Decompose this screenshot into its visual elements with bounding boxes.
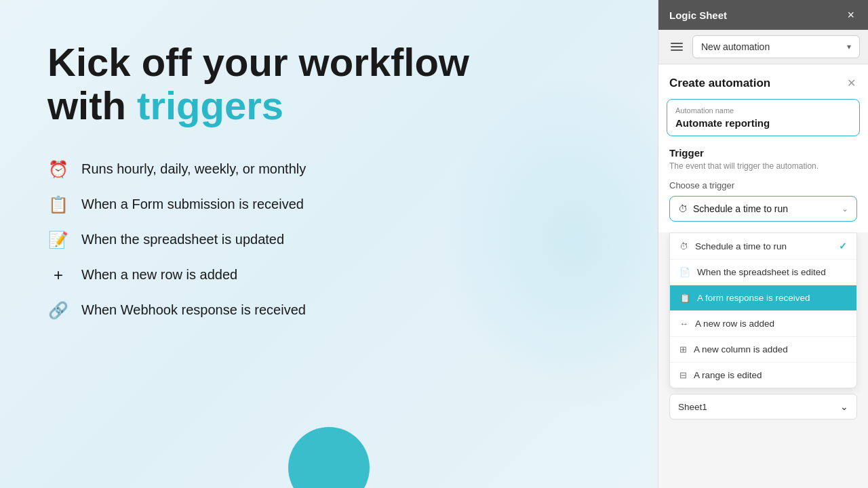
- feature-icon: ⏰: [47, 160, 69, 179]
- right-panel: Logic Sheet × New automation ▾ Create au…: [658, 0, 868, 488]
- trigger-section: Trigger The event that will trigger the …: [658, 147, 868, 222]
- feature-text: When Webhook response is received: [81, 302, 306, 318]
- sheet-chevron-icon: ⌄: [840, 401, 848, 412]
- dropdown-item-label: A new column is added: [694, 344, 788, 354]
- dropdown-item[interactable]: ⊞A new column is added: [670, 337, 856, 363]
- automation-name-field[interactable]: Automation name Automate reporting: [667, 99, 860, 136]
- create-automation-title: Create automation: [669, 77, 770, 90]
- create-automation-header: Create automation ✕: [658, 64, 868, 99]
- dropdown-item-icon: ⊟: [679, 370, 687, 380]
- feature-item: 🔗When Webhook response is received: [47, 301, 617, 320]
- dropdown-item-label: When the spreadsheet is edited: [697, 267, 826, 277]
- panel-title: Logic Sheet: [669, 9, 727, 21]
- feature-text: When a Form submission is received: [81, 197, 304, 212]
- dropdown-item[interactable]: ⏱Schedule a time to run✓: [670, 233, 856, 260]
- trigger-dropdown-button[interactable]: ⏱ Schedule a time to run ⌄: [669, 196, 857, 222]
- dropdown-item-icon: 📄: [679, 267, 690, 277]
- dropdown-item[interactable]: 📋A form response is received: [670, 285, 856, 311]
- hero-line1: Kick off your workflow: [47, 40, 469, 84]
- feature-list: ⏰Runs hourly, daily, weekly, or monthly📋…: [47, 160, 617, 320]
- feature-text: When the spreadsheet is updated: [81, 232, 284, 247]
- left-panel: Kick off your workflow with triggers ⏰Ru…: [0, 0, 658, 488]
- trigger-description: The event that will trigger the automati…: [669, 161, 857, 171]
- automation-name-label: Automation name: [675, 106, 851, 115]
- feature-item: 📋When a Form submission is received: [47, 195, 617, 214]
- checkmark-icon: ✓: [839, 241, 847, 251]
- create-automation-section: Create automation ✕ Automation name Auto…: [658, 64, 868, 232]
- dropdown-item[interactable]: ↔A new row is added: [670, 311, 856, 337]
- sheet-selector[interactable]: Sheet1 ⌄: [669, 394, 857, 420]
- dropdown-item-icon: ⏱: [679, 241, 688, 251]
- automation-selector-label: New automation: [701, 41, 770, 52]
- trigger-title: Trigger: [669, 147, 857, 159]
- menu-line: [671, 43, 683, 44]
- create-automation-close-button[interactable]: ✕: [846, 75, 857, 91]
- sheet-selector-label: Sheet1: [678, 402, 707, 412]
- feature-item: +When a new row is added: [47, 266, 617, 285]
- automation-selector[interactable]: New automation ▾: [692, 35, 860, 58]
- automation-name-value: Automate reporting: [675, 117, 851, 129]
- feature-icon: 🔗: [47, 301, 69, 320]
- hero-line2-highlight: triggers: [137, 83, 283, 127]
- chevron-down-icon: ⌄: [842, 204, 848, 214]
- dropdown-item-label: Schedule a time to run: [695, 241, 787, 251]
- dropdown-item[interactable]: ⊟A range is edited: [670, 363, 856, 388]
- dropdown-item-icon: ↔: [679, 319, 688, 329]
- feature-icon: +: [47, 266, 69, 285]
- choose-trigger-label: Choose a trigger: [669, 180, 857, 190]
- selected-trigger-label: Schedule a time to run: [693, 203, 788, 214]
- schedule-icon: ⏱: [678, 203, 688, 214]
- feature-text: When a new row is added: [81, 267, 237, 283]
- panel-header: Logic Sheet ×: [658, 0, 868, 30]
- dropdown-item[interactable]: 📄When the spreadsheet is edited: [670, 260, 856, 285]
- feature-text: Runs hourly, daily, weekly, or monthly: [81, 161, 306, 177]
- hero-line2-prefix: with: [47, 83, 137, 127]
- menu-line: [671, 46, 683, 47]
- panel-content: Create automation ✕ Automation name Auto…: [658, 64, 868, 488]
- chevron-down-icon: ▾: [847, 42, 851, 52]
- dropdown-item-label: A range is edited: [694, 370, 762, 380]
- menu-button[interactable]: [667, 39, 687, 55]
- hero-title: Kick off your workflow with triggers: [47, 41, 617, 127]
- dropdown-item-icon: 📋: [679, 293, 690, 303]
- feature-icon: 📝: [47, 230, 69, 249]
- panel-toolbar: New automation ▾: [658, 30, 868, 64]
- dropdown-item-label: A new row is added: [695, 319, 774, 329]
- panel-close-button[interactable]: ×: [844, 6, 857, 24]
- dropdown-item-icon: ⊞: [679, 344, 687, 354]
- teal-circle-decoration: [288, 427, 370, 488]
- feature-item: ⏰Runs hourly, daily, weekly, or monthly: [47, 160, 617, 179]
- feature-icon: 📋: [47, 195, 69, 214]
- dropdown-item-label: A form response is received: [697, 293, 810, 303]
- menu-line: [671, 49, 683, 51]
- trigger-dropdown-menu: ⏱Schedule a time to run✓📄When the spread…: [669, 232, 857, 388]
- feature-item: 📝When the spreadsheet is updated: [47, 230, 617, 249]
